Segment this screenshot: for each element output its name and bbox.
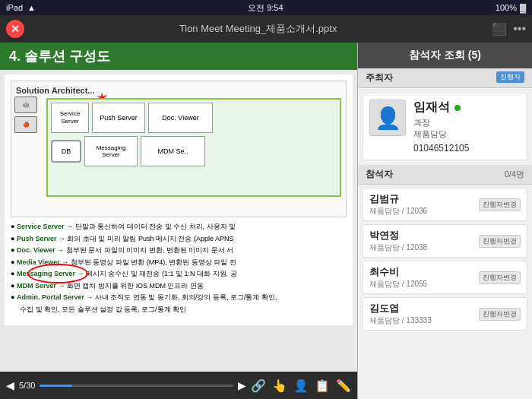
participant-badge-3[interactable]: 진행자변경: [479, 308, 521, 321]
participant-dept-1: 제품담당 / 12038: [369, 242, 427, 253]
participant-info-2: 최수비 제품담당 / 12055: [369, 265, 427, 290]
online-status-dot: [454, 105, 461, 111]
bullet-doc-viewer: ● Doc. Viewer → 첨부된 문서 파일의 이미지 변환, 변환된 이…: [11, 245, 347, 256]
participant-item-3[interactable]: 김도엽 제품담당 / 133333 진행자변경: [363, 297, 527, 331]
pen-tool-icon[interactable]: ✏️: [336, 378, 351, 393]
arch-row-1: ServiceServer Push Server Doc. Viewer: [51, 103, 337, 133]
participant-item-1[interactable]: 박연정 제품담당 / 12038 진행자변경: [363, 224, 527, 258]
prev-button[interactable]: ◀: [6, 379, 14, 391]
top-bar: ✕ Tion Meet Meeting_제품소개서.pptx ⬛ •••: [0, 15, 532, 43]
time-label: 오전 9:54: [248, 2, 283, 14]
top-icons: ⬛ •••: [492, 22, 526, 36]
screen-icon[interactable]: ⬛: [492, 22, 507, 36]
host-badge: 진행자: [496, 71, 524, 83]
bullet-push-server: ● Push Server → 회의 초대 및 미리 알림 Push 메시지 전…: [11, 234, 347, 245]
carrier-label: iPad: [6, 3, 23, 12]
participants-section-header: 참석자 0/4명: [358, 165, 532, 185]
mdm-server-box: MDM Se..: [141, 136, 205, 166]
close-button[interactable]: ✕: [6, 20, 24, 38]
participant-dept-3: 제품담당 / 133333: [369, 315, 432, 326]
page-indicator: 5/30: [19, 381, 35, 390]
participant-name-2: 최수비: [369, 265, 427, 279]
participant-item-2[interactable]: 최수비 제품담당 / 12055 진행자변경: [363, 261, 527, 294]
document-title: Tion Meet Meeting_제품소개서.pptx: [30, 22, 486, 36]
apple-icon: 🍎: [14, 116, 37, 133]
service-server-box: ServiceServer: [51, 103, 89, 133]
participant-info-0: 김범규 제품담당 / 12036: [369, 192, 427, 217]
main-area: 4. 솔루션 구성도 Solution Architect... 🤖 🍎 ✶: [0, 43, 532, 399]
slide-title: 4. 솔루션 구성도: [9, 47, 110, 65]
slide-header: 4. 솔루션 구성도: [0, 43, 357, 70]
participants-panel: 참석자 조회 (5) 주최자 진행자 👤 임재석 과장 제품담당 0104651…: [357, 43, 532, 399]
bottom-bar: ◀ 5/30 ▶ 🔗 👆 👤 📋 ✏️: [0, 372, 357, 399]
arch-title: Solution Architect...: [16, 86, 341, 95]
participants-tool-icon[interactable]: 👤: [293, 378, 309, 393]
participant-name-3: 김도엽: [369, 302, 432, 315]
participant-name-1: 박연정: [369, 229, 427, 242]
slide-content: Solution Architect... 🤖 🍎 ✶ ServiceServe…: [5, 74, 353, 325]
android-icon: 🤖: [14, 97, 37, 113]
arch-inner: ServiceServer Push Server Doc. Viewer DB…: [46, 98, 341, 197]
host-info: 임재석 과장 제품담당 01046512105: [413, 100, 521, 154]
participants-list: 김범규 제품담당 / 12036 진행자변경 박연정 제품담당 / 12038 …: [358, 185, 532, 399]
bottom-tools: 🔗 👆 👤 📋 ✏️: [251, 378, 351, 393]
participant-info-3: 김도엽 제품담당 / 133333: [369, 302, 432, 326]
participant-dept-2: 제품담당 / 12055: [369, 279, 427, 290]
next-button[interactable]: ▶: [238, 379, 246, 391]
messaging-server-box: Messaging Server: [84, 136, 138, 166]
host-name: 임재석: [413, 100, 450, 116]
participants-count: 0/4명: [505, 169, 524, 180]
progress-bar: [40, 385, 72, 387]
status-right: 100% ▓: [496, 3, 526, 12]
more-icon[interactable]: •••: [513, 22, 526, 36]
host-name-row: 임재석: [413, 100, 521, 116]
participant-item-0[interactable]: 김범규 제품담당 / 12036 진행자변경: [363, 188, 527, 221]
participant-dept-0: 제품담당 / 12036: [369, 206, 427, 217]
host-section-label: 주최자: [366, 71, 393, 84]
arch-row-2: DB Messaging Server MDM Se..: [51, 136, 337, 166]
panel-title: 참석자 조회 (5): [409, 49, 481, 61]
wifi-icon: ▲: [27, 3, 36, 12]
participant-badge-1[interactable]: 진행자변경: [479, 235, 521, 248]
participant-badge-0[interactable]: 진행자변경: [479, 198, 521, 211]
status-bar: iPad ▲ 오전 9:54 100% ▓: [0, 0, 532, 15]
participant-name-0: 김범규: [369, 192, 427, 206]
arch-diagram: Solution Architect... 🤖 🍎 ✶ ServiceServe…: [11, 81, 347, 217]
push-server-box: Push Server: [92, 103, 145, 133]
participants-label: 참석자: [366, 168, 393, 181]
host-card[interactable]: 👤 임재석 과장 제품담당 01046512105: [363, 93, 527, 160]
presentation-area: 4. 솔루션 구성도 Solution Architect... 🤖 🍎 ✶: [0, 43, 357, 399]
participant-info-1: 박연정 제품담당 / 12038: [369, 229, 427, 253]
link-tool-icon[interactable]: 🔗: [251, 378, 266, 393]
doc-viewer-box: Doc. Viewer: [148, 103, 213, 133]
host-dept: 제품담당: [413, 128, 521, 140]
bullet-service-server: ● Service Server → 단말과 통신하여 데이터 전송 및 수신 …: [11, 222, 347, 233]
host-avatar: 👤: [369, 100, 406, 136]
battery-icon: ▓: [520, 3, 526, 12]
device-icons: 🤖 🍎: [14, 97, 37, 133]
status-left: iPad ▲: [6, 3, 36, 12]
files-tool-icon[interactable]: 📋: [315, 378, 330, 393]
panel-header: 참석자 조회 (5): [358, 43, 532, 68]
db-box: DB: [51, 140, 81, 163]
host-rank: 과장: [413, 117, 521, 128]
avatar-person-icon: 👤: [375, 106, 401, 131]
battery-label: 100%: [496, 3, 517, 12]
bullet-admin-portal: ● Admin. Portal Server → 사내 조직도 연동 및 동기화…: [11, 293, 347, 303]
host-phone: 01046512105: [413, 143, 521, 154]
circle-annotation: [27, 264, 88, 283]
participant-badge-2[interactable]: 진행자변경: [479, 271, 521, 284]
pointer-tool-icon[interactable]: 👆: [272, 378, 287, 393]
bullet-footer: 수집 및 확인, 모든 솔루션 설정 값 등록, 로그/통계 확인: [20, 305, 347, 315]
progress-bar-container: [40, 385, 233, 387]
